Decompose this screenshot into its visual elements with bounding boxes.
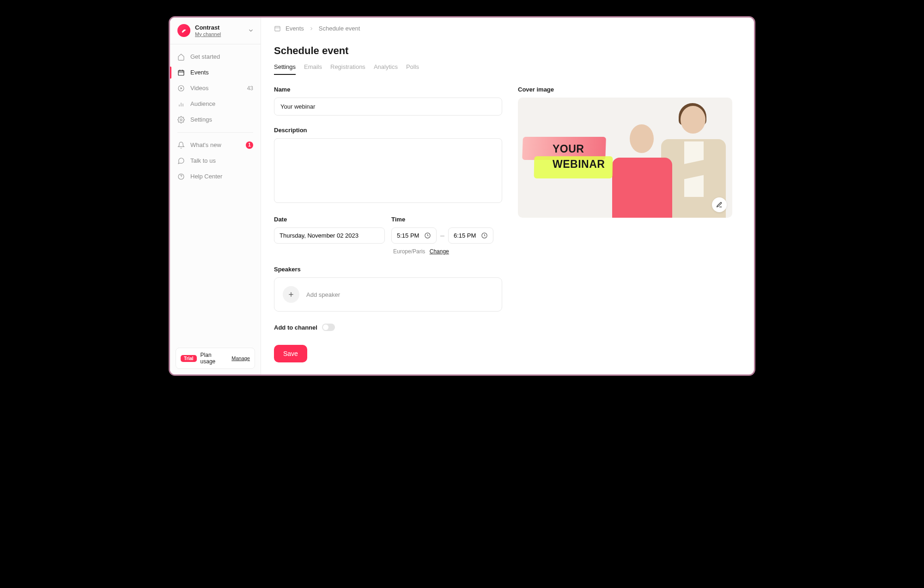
sidebar-nav: Get started Events Videos 43 Audience Se… (170, 44, 261, 342)
add-to-channel-toggle[interactable] (322, 324, 335, 331)
bars-icon (177, 100, 185, 108)
chat-icon (177, 157, 185, 165)
channel-info: Contrast My channel (195, 24, 243, 37)
sidebar-item-label: Help Center (190, 173, 222, 180)
svg-rect-0 (178, 70, 184, 75)
channel-switcher[interactable]: Contrast My channel (170, 18, 261, 44)
bell-icon (177, 141, 185, 149)
page-title: Schedule event (274, 45, 741, 57)
sidebar-item-talk-to-us[interactable]: Talk to us (170, 153, 261, 169)
sidebar-item-label: Audience (190, 100, 215, 107)
breadcrumb-events[interactable]: Events (286, 25, 304, 32)
sidebar-item-label: Videos (190, 85, 209, 92)
sidebar-item-label: Talk to us (190, 157, 216, 164)
time-end-input[interactable]: 6:15 PM (448, 227, 493, 244)
sidebar-item-settings[interactable]: Settings (170, 112, 261, 128)
tab-analytics[interactable]: Analytics (374, 63, 398, 75)
sidebar-item-label: Events (190, 69, 209, 76)
sidebar: Contrast My channel Get started Events V… (170, 18, 261, 374)
sidebar-item-events[interactable]: Events (170, 65, 261, 80)
calendar-icon (274, 25, 281, 32)
app-window: Contrast My channel Get started Events V… (169, 16, 755, 376)
svg-point-11 (181, 178, 182, 178)
brand-logo (177, 24, 190, 37)
form-column: Name Description Date Thursday, November… (274, 86, 502, 362)
cover-column: Cover image YOUR (518, 86, 732, 362)
home-icon (177, 53, 185, 61)
tab-polls[interactable]: Polls (406, 63, 419, 75)
date-value: Thursday, November 02 2023 (280, 232, 359, 239)
tab-settings[interactable]: Settings (274, 63, 296, 75)
help-icon (177, 173, 185, 180)
breadcrumb-current: Schedule event (319, 25, 360, 32)
add-speaker-button[interactable]: Add speaker (274, 277, 502, 312)
sidebar-item-help-center[interactable]: Help Center (170, 169, 261, 184)
channel-subtitle: My channel (195, 31, 243, 37)
name-input[interactable] (274, 98, 502, 116)
calendar-icon (177, 69, 185, 76)
plan-usage-label: Plan usage (201, 352, 228, 365)
add-to-channel-row: Add to channel (274, 324, 502, 331)
cover-person-1 (612, 111, 672, 218)
date-label: Date (274, 216, 385, 223)
svg-marker-5 (181, 87, 182, 89)
date-input[interactable]: Thursday, November 02 2023 (274, 227, 385, 244)
pencil-icon (716, 202, 723, 208)
tab-registrations[interactable]: Registrations (330, 63, 365, 75)
time-start-value: 5:15 PM (397, 232, 419, 239)
plus-icon (283, 286, 299, 303)
sidebar-item-get-started[interactable]: Get started (170, 49, 261, 65)
tabs: Settings Emails Registrations Analytics … (274, 63, 741, 75)
divider (177, 132, 253, 133)
gear-icon (177, 116, 185, 123)
add-to-channel-label: Add to channel (274, 324, 317, 331)
content-columns: Name Description Date Thursday, November… (274, 86, 741, 362)
time-end-value: 6:15 PM (454, 232, 476, 239)
chevron-right-icon (309, 26, 314, 31)
channel-name: Contrast (195, 24, 243, 31)
edit-cover-button[interactable] (712, 197, 727, 212)
sidebar-item-audience[interactable]: Audience (170, 96, 261, 112)
tab-emails[interactable]: Emails (304, 63, 322, 75)
sidebar-item-whats-new[interactable]: What's new 1 (170, 137, 261, 153)
add-speaker-label: Add speaker (306, 291, 340, 298)
sidebar-item-videos[interactable]: Videos 43 (170, 80, 261, 96)
speakers-label: Speakers (274, 266, 502, 273)
sidebar-item-label: Settings (190, 116, 212, 123)
cover-image-wrapper: YOUR WEBINAR (518, 98, 732, 218)
svg-rect-12 (275, 26, 280, 31)
timezone-label: Europe/Paris (393, 248, 425, 255)
plan-manage-link[interactable]: Manage (231, 355, 250, 361)
cover-line-1: YOUR (553, 141, 605, 157)
trial-pill: Trial (181, 355, 197, 362)
notification-badge: 1 (246, 141, 253, 149)
time-label: Time (391, 216, 502, 223)
cover-text: YOUR WEBINAR (553, 141, 605, 172)
clock-icon (424, 232, 431, 239)
time-separator: – (440, 232, 444, 240)
breadcrumb: Events Schedule event (274, 25, 741, 32)
chevron-down-icon (248, 27, 254, 34)
sidebar-item-label: What's new (190, 141, 221, 148)
plan-bar: Trial Plan usage Manage (176, 348, 255, 369)
description-input[interactable] (274, 138, 502, 203)
description-label: Description (274, 127, 502, 134)
timezone-change-link[interactable]: Change (430, 248, 449, 255)
videos-count: 43 (247, 85, 253, 92)
cover-label: Cover image (518, 86, 732, 93)
svg-point-9 (180, 119, 182, 121)
time-start-input[interactable]: 5:15 PM (391, 227, 437, 244)
name-label: Name (274, 86, 502, 93)
cover-image: YOUR WEBINAR (518, 98, 732, 218)
cover-line-2: WEBINAR (553, 157, 605, 172)
sidebar-item-label: Get started (190, 53, 220, 60)
clock-icon (481, 232, 488, 239)
save-button[interactable]: Save (274, 345, 307, 362)
play-icon (177, 85, 185, 92)
timezone-row: Europe/Paris Change (391, 248, 502, 255)
main-content: Events Schedule event Schedule event Set… (261, 18, 754, 374)
